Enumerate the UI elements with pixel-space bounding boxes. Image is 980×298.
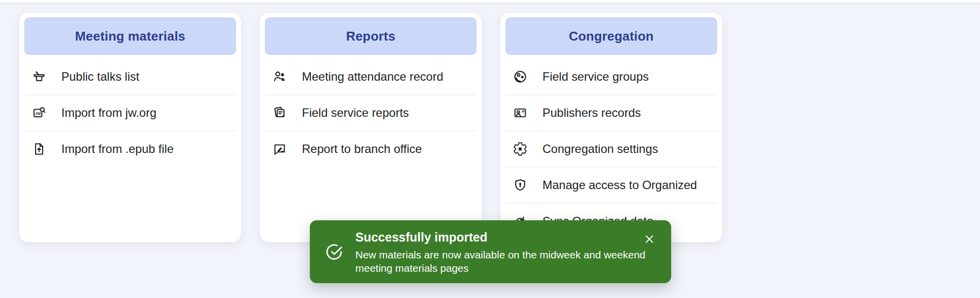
- menu-item-publishers-records[interactable]: Publishers records: [505, 95, 717, 131]
- jw-org-document-search-icon: JW: [32, 105, 47, 120]
- menu-item-report-to-branch-office[interactable]: Report to branch office: [265, 131, 477, 167]
- toast-message-line: New materials are now available on the m…: [355, 248, 656, 261]
- menu-item-label: Import from jw.org: [61, 106, 156, 120]
- menu-item-label: Field service groups: [542, 70, 649, 84]
- card-title: Reports: [346, 29, 395, 44]
- menu-item-label: Congregation settings: [542, 142, 658, 156]
- menu-item-import-epub[interactable]: Import from .epub file: [24, 131, 236, 167]
- id-card-icon: [513, 105, 528, 120]
- menu-item-label: Manage access to Organized: [542, 178, 697, 192]
- toast-success: Successfully imported New materials are …: [310, 220, 671, 283]
- card-title: Congregation: [569, 29, 653, 44]
- menu-item-import-jw-org[interactable]: JW Import from jw.org: [24, 95, 236, 131]
- menu-item-field-service-groups[interactable]: Field service groups: [505, 59, 717, 95]
- check-circle-icon: [325, 243, 343, 261]
- card-header-reports: Reports: [265, 17, 477, 55]
- card-congregation: Congregation Field service groups: [500, 12, 723, 243]
- toast-text: Successfully imported New materials are …: [355, 229, 656, 275]
- card-header-meeting-materials: Meeting materials: [24, 17, 236, 55]
- menu-item-label: Field service reports: [302, 106, 409, 120]
- menu-item-label: Publishers records: [542, 106, 641, 120]
- dashboard-cards: Meeting materials Public talks list: [19, 12, 723, 243]
- card-meeting-materials: Meeting materials Public talks list: [19, 12, 242, 243]
- menu-item-meeting-attendance-record[interactable]: Meeting attendance record: [265, 59, 477, 95]
- people-icon: [272, 69, 287, 84]
- menu-item-label: Meeting attendance record: [302, 70, 443, 84]
- menu-item-public-talks-list[interactable]: Public talks list: [24, 59, 236, 95]
- group-circle-icon: [513, 69, 528, 84]
- toast-message-line: meeting materials pages: [355, 261, 656, 275]
- close-icon[interactable]: [642, 232, 656, 246]
- gear-icon: [513, 142, 528, 156]
- menu-item-label: Public talks list: [61, 70, 139, 84]
- menu-item-congregation-settings[interactable]: Congregation settings: [505, 131, 717, 167]
- menu-list: Field service groups Publishers records: [505, 59, 717, 239]
- topbar-bottom-edge: [0, 0, 980, 2]
- menu-item-field-service-reports[interactable]: Field service reports: [265, 95, 477, 131]
- card-title: Meeting materials: [75, 29, 185, 44]
- menu-item-label: Import from .epub file: [61, 142, 174, 156]
- message-pen-icon: [272, 142, 287, 156]
- documents-stack-icon: [272, 105, 287, 120]
- card-reports: Reports Meeting attendance record: [259, 12, 482, 243]
- menu-list: Meeting attendance record Field service …: [265, 59, 477, 167]
- svg-text:JW: JW: [35, 111, 41, 116]
- page: Meeting materials Public talks list: [0, 0, 980, 298]
- menu-item-manage-access-organized[interactable]: Manage access to Organized: [505, 167, 717, 203]
- lectern-icon: [32, 69, 47, 84]
- toast-title: Successfully imported: [355, 230, 656, 244]
- menu-item-label: Report to branch office: [302, 142, 422, 156]
- menu-list: Public talks list JW Import from jw.org: [24, 59, 236, 167]
- shield-lock-icon: [513, 178, 528, 193]
- file-upload-icon: [32, 142, 47, 156]
- card-header-congregation: Congregation: [505, 17, 717, 55]
